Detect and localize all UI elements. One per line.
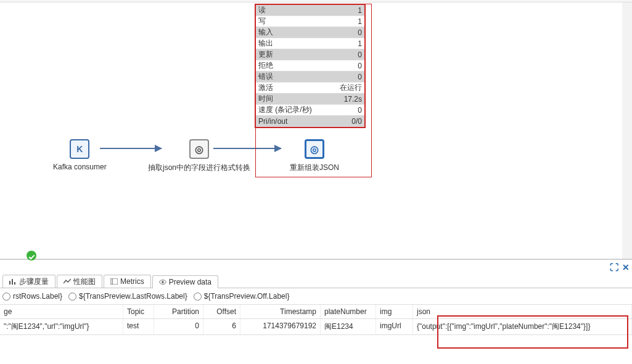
svg-rect-0 [9,281,10,285]
tab-label: Metrics [120,277,144,286]
cell: ":"闽E1234","url":"imgUrl"} [0,319,123,334]
stats-row: 错误0 [256,71,364,83]
step-stats-tooltip: 读1写1输入0输出1更新0拒绝0错误0激活在运行时间17.2s速度 (条记录/秒… [255,4,366,128]
stats-row: 时间17.2s [256,94,364,105]
node-label: Kafka consumer [53,163,107,171]
tab-label: 性能图 [73,277,96,287]
cell-json: {"output":[{"img":"imgUrl","plateNumber"… [413,319,632,334]
popout-icon[interactable]: ⛶ [610,262,618,272]
eye-icon [159,279,166,285]
tab-label: 步骤度量 [19,277,49,287]
stats-value: 0/0 [351,117,362,126]
panel-window-buttons: ⛶ ✕ [0,262,632,275]
cell: imgUrl [376,319,413,334]
tab-step-metrics[interactable]: 步骤度量 [2,275,55,288]
stats-value: 0 [358,28,362,37]
node-label: 重新组装JSON [290,163,339,173]
cell: 1714379679192 [240,319,321,334]
stats-row: 输入0 [256,27,364,38]
kafka-icon: K [70,139,89,159]
stats-row: 输出1 [256,38,364,49]
tab-metrics[interactable]: Metrics [104,275,151,288]
stats-row: 激活在运行 [256,83,364,94]
node-rebuild-json[interactable]: ◎ 重新组装JSON [290,139,339,173]
col-header[interactable]: img [376,305,413,318]
stats-row: Pri/in/out0/0 [256,116,364,127]
transform-icon: ◎ [189,139,209,159]
stats-value: 0 [358,62,362,70]
svg-rect-2 [14,282,15,285]
stats-row: 速度 (条记录/秒)0 [256,105,364,116]
stats-label: 时间 [258,94,344,104]
stats-label: 错误 [258,71,358,82]
line-chart-icon [64,278,71,285]
cell: test [123,319,154,334]
option-off[interactable]: ${TransPreview.Off.Label} [194,292,290,301]
stats-label: 拒绝 [258,60,358,71]
svg-rect-1 [12,279,13,285]
stats-label: 读 [258,5,358,15]
stats-value: 0 [358,51,362,59]
close-icon[interactable]: ✕ [622,262,630,272]
design-canvas[interactable]: 读1写1输入0输出1更新0拒绝0错误0激活在运行时间17.2s速度 (条记录/秒… [0,2,632,259]
col-header[interactable]: Topic [123,305,154,318]
grid-header-row: ge Topic Partition Offset Timestamp plat… [0,305,632,319]
tab-label: Preview data [169,278,211,286]
stats-value: 17.2s [344,95,362,103]
metrics-icon [110,278,118,285]
bar-chart-icon [9,278,17,285]
svg-point-6 [162,281,163,283]
stats-row: 读1 [256,5,364,16]
stats-label: 更新 [258,49,358,60]
stats-label: Pri/in/out [258,117,351,126]
json-icon: ◎ [305,139,324,159]
stats-row: 拒绝0 [256,60,364,71]
col-header[interactable]: plateNumber [321,305,376,318]
tab-perf-graph[interactable]: 性能图 [57,275,102,288]
stats-value: 在运行 [340,83,362,93]
preview-options: rstRows.Label} ${TransPreview.LastRows.L… [0,288,632,305]
stats-value: 0 [358,106,362,115]
node-extract-json[interactable]: ◎ 抽取json中的字段进行格式转换 [148,139,250,173]
stats-value: 1 [358,6,362,15]
preview-grid[interactable]: ge Topic Partition Offset Timestamp plat… [0,305,632,335]
stats-label: 输出 [258,38,358,49]
node-kafka-consumer[interactable]: K Kafka consumer [53,139,107,171]
cell: 0 [154,319,203,334]
stats-value: 1 [358,17,362,26]
col-header[interactable]: Timestamp [240,305,321,318]
run-success-icon [27,251,36,261]
stats-row: 更新0 [256,49,364,60]
cell: 6 [203,319,240,334]
stats-value: 0 [358,73,362,81]
flow-arrow [213,148,281,149]
option-last-rows[interactable]: ${TransPreview.LastRows.Label} [68,292,187,301]
stats-label: 激活 [258,83,340,93]
col-header[interactable]: Offset [203,305,240,318]
col-header[interactable]: json [413,305,632,318]
col-header[interactable]: Partition [154,305,203,318]
cell: 闽E1234 [321,319,376,334]
node-label: 抽取json中的字段进行格式转换 [148,163,250,173]
stats-label: 速度 (条记录/秒) [258,105,358,115]
option-first-rows[interactable]: rstRows.Label} [2,292,62,301]
table-row[interactable]: ":"闽E1234","url":"imgUrl"} test 0 6 1714… [0,319,632,335]
stats-value: 1 [358,39,362,48]
svg-rect-3 [110,278,118,285]
tab-preview-data[interactable]: Preview data [152,275,218,288]
col-header[interactable]: ge [0,305,123,318]
stats-row: 写1 [256,16,364,27]
stats-label: 写 [258,16,358,26]
bottom-tabs: 步骤度量 性能图 Metrics Preview data [0,275,632,288]
stats-label: 输入 [258,27,358,38]
